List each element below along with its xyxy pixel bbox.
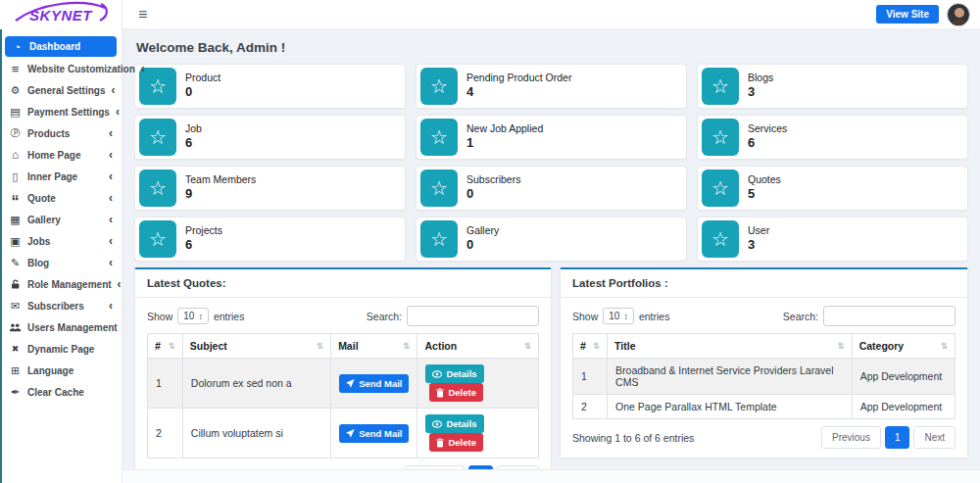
footer-bar: [122, 469, 980, 483]
lock-icon: [9, 278, 22, 290]
chevron-left-icon: [109, 236, 113, 246]
column-header-mail[interactable]: Mail: [331, 334, 417, 359]
show-label: Show: [147, 311, 172, 322]
left-accent-line: [0, 29, 2, 483]
paper-plane-icon: [346, 379, 355, 388]
portfolios-table: # Title Category 1 Broadband & Internet …: [572, 333, 956, 419]
stat-card-pending-product-order: Pending Product Order4: [416, 64, 687, 109]
send-mail-button[interactable]: Send Mail: [339, 374, 409, 393]
showing-entries-text: Showing 1 to 6 of 6 entries: [572, 432, 694, 444]
cell-action: Details Delete: [417, 359, 539, 409]
sidebar-menu: Dashboard Website Customization General …: [0, 29, 122, 403]
search-input[interactable]: [823, 306, 956, 326]
sidebar-item-clear-cache[interactable]: Clear Cache: [0, 381, 122, 403]
stat-card-subscribers: Subscribers0: [416, 166, 687, 211]
star-icon: [139, 119, 176, 156]
star-icon: [702, 220, 739, 258]
sort-icon: [593, 341, 600, 351]
stat-card-user: User3: [697, 217, 968, 262]
star-icon: [702, 169, 739, 207]
delete-button[interactable]: Delete: [429, 433, 483, 452]
details-button[interactable]: Details: [425, 414, 483, 433]
stat-card-gallery: Gallery0: [416, 217, 687, 262]
sidebar-item-gallery[interactable]: Gallery: [0, 209, 122, 230]
view-site-button[interactable]: View Site: [876, 5, 939, 24]
eye-icon: [432, 370, 442, 378]
product-circle-icon: [9, 126, 22, 140]
column-header-action[interactable]: Action: [417, 334, 539, 359]
page-content: Welcome Back, Admin ! Product0 Pending P…: [122, 29, 980, 483]
details-button[interactable]: Details: [425, 364, 483, 383]
brand-name: SKYNET: [29, 7, 92, 24]
cell-num: 1: [573, 359, 608, 395]
trash-icon: [436, 388, 444, 398]
app-window: SKYNET Dashboard Website Customization G…: [0, 0, 980, 483]
credit-card-icon: [9, 106, 22, 119]
sidebar-item-dynamic-page[interactable]: Dynamic Page: [0, 338, 122, 360]
cell-num: 1: [148, 359, 183, 409]
select-arrows-icon: [198, 311, 203, 321]
sidebar-item-quote[interactable]: Quote: [0, 187, 122, 209]
sidebar-item-general-settings[interactable]: General Settings: [0, 79, 122, 101]
pagination: Previous 1 Next: [821, 426, 956, 449]
column-header-title[interactable]: Title: [608, 334, 853, 359]
stats-grid: Product0 Pending Product Order4 Blogs3 J…: [134, 64, 968, 262]
page-1-button[interactable]: 1: [885, 426, 910, 449]
sidebar-item-blog[interactable]: Blog: [0, 252, 122, 273]
stat-card-blogs: Blogs3: [697, 64, 968, 109]
page-size-value: 10: [183, 311, 194, 321]
send-mail-button[interactable]: Send Mail: [339, 424, 409, 443]
star-icon: [139, 169, 176, 207]
table-row: 1 Broadband & Internet Service Providers…: [573, 359, 956, 395]
star-icon: [420, 68, 458, 105]
latest-quotes-panel: Latest Quotes: Show 10 entries: [134, 267, 552, 483]
sidebar-item-users-management[interactable]: Users Management: [0, 316, 122, 338]
eye-icon: [432, 420, 442, 428]
search-label: Search:: [783, 311, 818, 322]
briefcase-icon: [9, 235, 22, 248]
page-size-select[interactable]: 10: [603, 308, 634, 324]
sidebar-item-subscribers[interactable]: Subscribers: [0, 295, 122, 316]
table-header-row: # Subject Mail Action: [148, 334, 539, 359]
table-row: 2 Cillum voluptatem si Send Mail: [148, 409, 539, 459]
sidebar-item-language[interactable]: Language: [0, 360, 122, 381]
table-footer: Showing 1 to 6 of 6 entries Previous 1 N…: [572, 426, 956, 449]
cell-num: 2: [573, 395, 608, 419]
sidebar: SKYNET Dashboard Website Customization G…: [0, 0, 122, 483]
user-avatar[interactable]: [947, 3, 970, 26]
sort-icon: [169, 341, 175, 351]
star-icon: [420, 119, 458, 156]
entries-label: entries: [214, 311, 245, 322]
entries-label: entries: [639, 311, 670, 322]
column-header-num[interactable]: #: [573, 334, 608, 359]
search-input[interactable]: [407, 306, 539, 326]
chevron-left-icon: [111, 85, 115, 95]
cell-mail: Send Mail: [331, 359, 417, 409]
chevron-left-icon: [109, 171, 113, 181]
table-row: 1 Dolorum ex sed non a Send Mail: [148, 359, 539, 409]
sidebar-item-products[interactable]: Products: [0, 122, 122, 144]
sidebar-item-payment-settings[interactable]: Payment Settings: [0, 101, 122, 122]
star-icon: [702, 68, 739, 105]
previous-page-button[interactable]: Previous: [821, 426, 881, 449]
sidebar-item-home-page[interactable]: Home Page: [0, 144, 122, 166]
cell-category: App Development: [852, 395, 955, 419]
sidebar-item-dashboard[interactable]: Dashboard: [5, 36, 117, 57]
brand-logo[interactable]: SKYNET: [0, 0, 122, 29]
sidebar-item-jobs[interactable]: Jobs: [0, 230, 122, 252]
table-controls: Show 10 entries Search:: [572, 306, 956, 326]
panels-row: Latest Quotes: Show 10 entries: [134, 267, 968, 483]
hamburger-menu-icon[interactable]: [138, 7, 147, 23]
quotes-table: # Subject Mail Action 1 Dolorum ex sed n…: [147, 333, 539, 459]
column-header-num[interactable]: #: [148, 334, 183, 359]
column-header-category[interactable]: Category: [852, 334, 955, 359]
sidebar-item-website-customization[interactable]: Website Customization: [0, 58, 122, 79]
latest-portfolios-panel: Latest Portfolios : Show 10 entries: [560, 267, 968, 459]
column-header-subject[interactable]: Subject: [182, 334, 330, 359]
next-page-button[interactable]: Next: [913, 426, 956, 449]
delete-button[interactable]: Delete: [429, 383, 483, 402]
chevron-left-icon: [109, 301, 113, 311]
sidebar-item-role-management[interactable]: Role Management: [0, 273, 122, 295]
page-size-select[interactable]: 10: [177, 308, 209, 324]
sidebar-item-inner-page[interactable]: Inner Page: [0, 166, 122, 187]
